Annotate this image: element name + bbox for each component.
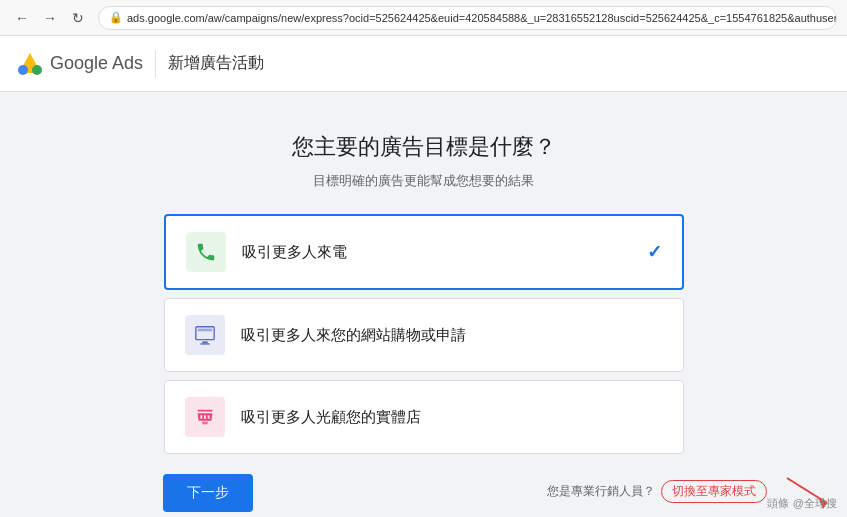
footer-area: 您是專業行銷人員？ 切換至專家模式: [547, 480, 767, 503]
store-icon: [185, 397, 225, 437]
website-icon: [185, 315, 225, 355]
watermark-text2: @全球搜: [793, 496, 837, 511]
option-phone-checkmark: ✓: [647, 241, 662, 263]
page-title: 新增廣告活動: [168, 53, 264, 74]
svg-rect-8: [202, 422, 208, 425]
lock-icon: 🔒: [109, 11, 123, 24]
page-question: 您主要的廣告目標是什麼？: [292, 132, 556, 162]
google-ads-logo-icon: [16, 50, 44, 78]
main-content: 您主要的廣告目標是什麼？ 目標明確的廣告更能幫成您想要的結果 吸引更多人來電 ✓: [0, 92, 847, 517]
svg-rect-7: [200, 343, 209, 344]
watermark-text1: 頭條: [767, 496, 789, 511]
option-store-label: 吸引更多人光顧您的實體店: [241, 408, 663, 427]
svg-point-1: [32, 65, 42, 75]
svg-rect-5: [197, 329, 212, 332]
browser-bar: ← → ↻ 🔒 ads.google.com/aw/campaigns/new/…: [0, 0, 847, 36]
address-bar[interactable]: 🔒 ads.google.com/aw/campaigns/new/expres…: [98, 6, 837, 30]
option-website[interactable]: 吸引更多人來您的網站購物或申請: [164, 298, 684, 372]
watermark: 頭條 @全球搜: [767, 496, 837, 511]
forward-button[interactable]: →: [38, 6, 62, 30]
back-button[interactable]: ←: [10, 6, 34, 30]
header-divider: [155, 50, 156, 78]
page-subtitle: 目標明確的廣告更能幫成您想要的結果: [313, 172, 534, 190]
option-store[interactable]: 吸引更多人光顧您的實體店: [164, 380, 684, 454]
google-ads-logo: Google Ads: [16, 50, 143, 78]
svg-rect-6: [202, 341, 208, 343]
expert-mode-link[interactable]: 切換至專家模式: [661, 480, 767, 503]
reload-button[interactable]: ↻: [66, 6, 90, 30]
option-phone-label: 吸引更多人來電: [242, 243, 631, 262]
logo-area: Google Ads 新增廣告活動: [16, 50, 264, 78]
url-text: ads.google.com/aw/campaigns/new/express?…: [127, 12, 837, 24]
app-header: Google Ads 新增廣告活動: [0, 36, 847, 92]
svg-point-2: [18, 65, 28, 75]
expert-text: 您是專業行銷人員？: [547, 483, 655, 500]
option-website-label: 吸引更多人來您的網站購物或申請: [241, 326, 663, 345]
nav-buttons: ← → ↻: [10, 6, 90, 30]
options-container: 吸引更多人來電 ✓ 吸引更多人來您的網站購物或申請: [164, 214, 684, 454]
phone-icon: [186, 232, 226, 272]
option-phone[interactable]: 吸引更多人來電 ✓: [164, 214, 684, 290]
app-name: Google Ads: [50, 53, 143, 74]
next-button[interactable]: 下一步: [163, 474, 253, 512]
